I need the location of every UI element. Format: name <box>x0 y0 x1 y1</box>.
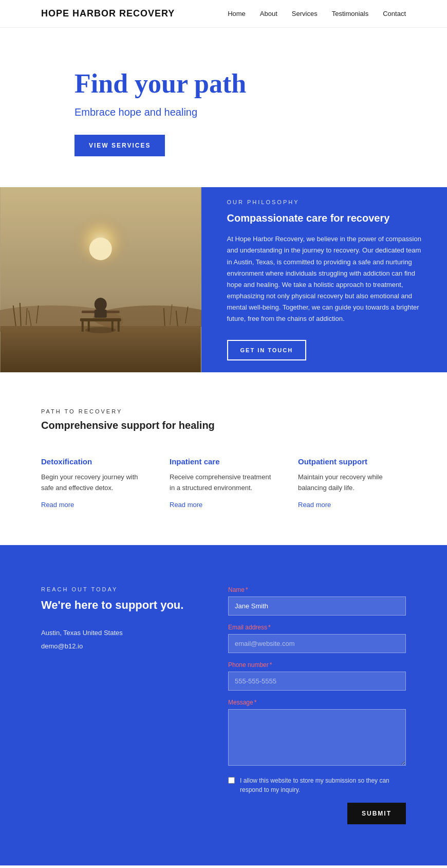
philosophy-text: OUR PHILOSOPHY Compassionate care for re… <box>201 187 448 372</box>
phone-field-group: Phone number* <box>228 661 406 691</box>
contact-email: demo@b12.io <box>41 640 187 653</box>
philosophy-title: Compassionate care for recovery <box>227 212 422 224</box>
contact-info: REACH OUT TODAY We're here to support yo… <box>41 586 187 824</box>
nav-about[interactable]: About <box>260 10 277 17</box>
service-inpatient-desc: Receive comprehensive treatment in a str… <box>170 472 277 494</box>
name-field-group: Name* <box>228 586 406 616</box>
email-input[interactable] <box>228 634 406 653</box>
hero-heading: Find your path <box>74 69 406 98</box>
get-in-touch-button[interactable]: GET IN TOUCH <box>227 340 307 360</box>
philosophy-label: OUR PHILOSOPHY <box>227 199 422 205</box>
service-detox-title: Detoxification <box>41 457 149 466</box>
services-section: PATH TO RECOVERY Comprehensive support f… <box>0 372 447 545</box>
consent-checkbox[interactable] <box>228 777 235 784</box>
name-label: Name* <box>228 586 406 593</box>
philosophy-section: OUR PHILOSOPHY Compassionate care for re… <box>0 187 447 372</box>
nav-contact[interactable]: Contact <box>383 10 406 17</box>
service-outpatient-desc: Maintain your recovery while balancing d… <box>298 472 406 494</box>
site-logo: HOPE HARBOR RECOVERY <box>41 8 175 19</box>
service-card-outpatient: Outpatient support Maintain your recover… <box>298 457 406 509</box>
hero-section: Find your path Embrace hope and healing … <box>0 28 447 187</box>
services-title: Comprehensive support for healing <box>41 420 406 431</box>
hero-sub-before: Embrace <box>74 106 119 118</box>
name-input[interactable] <box>228 596 406 616</box>
service-card-inpatient: Inpatient care Receive comprehensive tre… <box>170 457 277 509</box>
consent-row: I allow this website to store my submiss… <box>228 776 406 794</box>
contact-section: REACH OUT TODAY We're here to support yo… <box>0 545 447 865</box>
message-input[interactable] <box>228 709 406 766</box>
contact-details: Austin, Texas United States demo@b12.io <box>41 626 187 653</box>
contact-label: REACH OUT TODAY <box>41 586 187 592</box>
service-card-detox: Detoxification Begin your recovery journ… <box>41 457 149 509</box>
service-outpatient-link[interactable]: Read more <box>298 501 331 509</box>
philosophy-image <box>0 187 201 372</box>
hero-subtext: Embrace hope and healing <box>74 106 406 118</box>
services-grid: Detoxification Begin your recovery journ… <box>41 457 406 509</box>
consent-text: I allow this website to store my submiss… <box>240 776 406 794</box>
hero-sub-after: and healing <box>141 106 197 118</box>
service-detox-link[interactable]: Read more <box>41 501 74 509</box>
nav-testimonials[interactable]: Testimonials <box>332 10 369 17</box>
phone-label: Phone number* <box>228 661 406 668</box>
hero-sub-highlight: hope <box>119 106 142 118</box>
message-label: Message* <box>228 699 406 706</box>
service-detox-desc: Begin your recovery journey with safe an… <box>41 472 149 494</box>
contact-address: Austin, Texas United States <box>41 626 187 640</box>
svg-rect-26 <box>1 187 201 372</box>
services-label: PATH TO RECOVERY <box>41 408 406 414</box>
service-inpatient-title: Inpatient care <box>170 457 277 466</box>
nav-services[interactable]: Services <box>292 10 318 17</box>
philosophy-body: At Hope Harbor Recovery, we believe in t… <box>227 233 422 324</box>
nav-home[interactable]: Home <box>228 10 246 17</box>
submit-row: SUBMIT <box>228 803 406 824</box>
contact-title: We're here to support you. <box>41 599 187 612</box>
nav-links: Home About Services Testimonials Contact <box>228 10 406 17</box>
service-inpatient-link[interactable]: Read more <box>170 501 202 509</box>
message-field-group: Message* <box>228 699 406 768</box>
email-label: Email address* <box>228 624 406 631</box>
view-services-button[interactable]: VIEW SERVICES <box>74 135 165 156</box>
phone-input[interactable] <box>228 672 406 691</box>
footer: HOPE HARBOR RECOVERY Schedule Appointmen… <box>0 865 447 868</box>
service-outpatient-title: Outpatient support <box>298 457 406 466</box>
contact-form: Name* Email address* Phone number* Messa… <box>228 586 406 824</box>
email-field-group: Email address* <box>228 624 406 653</box>
submit-button[interactable]: SUBMIT <box>347 803 406 824</box>
